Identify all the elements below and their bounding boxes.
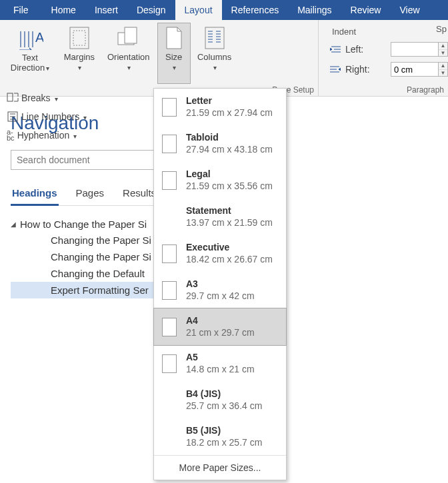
line-numbers-button[interactable]: Line Numbers [4, 108, 89, 125]
text-direction-label: Text Direction [4, 53, 56, 73]
paper-size-dims: 18.42 cm x 26.67 cm [186, 254, 273, 266]
size-icon [161, 25, 187, 51]
tab-insert[interactable]: Insert [85, 0, 127, 20]
paper-size-name: Tabloid [186, 132, 273, 144]
paper-size-option[interactable]: B4 (JIS)25.7 cm x 36.4 cm [154, 382, 286, 418]
ribbon-tabs: File Home Insert Design Layout Reference… [0, 0, 448, 20]
spacing-hint: Sp [436, 24, 447, 34]
paper-size-name: B4 (JIS) [186, 388, 262, 400]
ribbon: A Text Direction Margins Orientation [0, 20, 448, 97]
breaks-label: Breaks [21, 93, 51, 103]
page-icon [162, 244, 177, 263]
paper-size-dims: 27.94 cm x 43.18 cm [186, 144, 273, 156]
paper-size-option[interactable]: Legal21.59 cm x 35.56 cm [154, 162, 286, 199]
indent-left-icon [329, 45, 341, 54]
more-paper-sizes[interactable]: More Paper Sizes... [154, 455, 286, 480]
text-direction-button[interactable]: A Text Direction [4, 24, 56, 85]
group-page-setup: A Text Direction Margins Orientation [0, 20, 319, 96]
paper-size-name: B5 (JIS) [186, 425, 262, 437]
svg-rect-10 [205, 27, 224, 49]
indent-left-spinner[interactable]: ▲▼ [439, 42, 448, 57]
orientation-icon [115, 25, 142, 51]
tab-layout[interactable]: Layout [175, 0, 222, 20]
group-paragraph: Indent Left: ▲▼ Right: ▲▼ [319, 20, 448, 96]
indent-left-input[interactable] [391, 42, 439, 57]
line-numbers-label: Line Numbers [21, 111, 79, 122]
paper-size-option[interactable]: A421 cm x 29.7 cm [153, 308, 287, 346]
nav-tab-results[interactable]: Results [121, 187, 157, 205]
paper-size-dims: 21.59 cm x 27.94 cm [186, 107, 273, 119]
text-direction-icon: A [17, 25, 43, 52]
paper-size-dims: 25.7 cm x 36.4 cm [186, 400, 262, 412]
collapse-icon[interactable]: ◢ [11, 221, 16, 228]
tab-review[interactable]: Review [341, 0, 391, 20]
page-icon [162, 171, 177, 190]
indent-title: Indent [329, 27, 448, 39]
margins-button[interactable]: Margins [59, 23, 100, 85]
tab-references[interactable]: References [222, 0, 289, 20]
page-icon [162, 98, 177, 117]
outline-root-label: How to Change the Paper Si [20, 219, 147, 230]
orientation-label: Orientation [107, 53, 150, 73]
paper-size-dims: 21.59 cm x 35.56 cm [186, 181, 273, 193]
page-icon [162, 318, 177, 336]
paper-size-name: Letter [186, 95, 273, 107]
orientation-button[interactable]: Orientation [103, 23, 155, 85]
line-numbers-icon [7, 111, 19, 122]
paper-size-name: Legal [186, 169, 273, 181]
nav-tab-headings[interactable]: Headings [11, 187, 59, 206]
paragraph-group-label: Paragraph [407, 85, 444, 95]
paper-size-name: A3 [186, 278, 255, 290]
columns-button[interactable]: Columns [193, 23, 236, 85]
tab-design[interactable]: Design [127, 0, 175, 20]
margins-label: Margins [64, 53, 95, 73]
paper-size-option[interactable]: B5 (JIS)18.2 cm x 25.7 cm [154, 418, 286, 455]
paper-size-dims: 14.8 cm x 21 cm [186, 364, 255, 376]
page-icon [162, 281, 177, 300]
columns-label: Columns [197, 53, 231, 73]
margins-icon [66, 25, 93, 51]
nav-tab-pages[interactable]: Pages [75, 187, 106, 205]
paper-size-name: A4 [186, 315, 255, 327]
indent-right-icon [329, 65, 341, 74]
paper-size-dims: 29.7 cm x 42 cm [186, 290, 255, 302]
indent-left-label: Left: [345, 44, 363, 55]
paper-size-dims: 18.2 cm x 25.7 cm [186, 437, 262, 449]
hyphenation-icon: a-bc [7, 129, 15, 141]
paper-size-dims: 21 cm x 29.7 cm [186, 327, 255, 339]
svg-rect-6 [73, 31, 85, 45]
indent-right-spinner[interactable]: ▲▼ [439, 62, 448, 77]
svg-rect-21 [7, 93, 13, 101]
tab-file[interactable]: File [0, 0, 42, 20]
page-icon [162, 354, 177, 373]
paper-size-name: Statement [186, 205, 273, 217]
tab-mailings[interactable]: Mailings [288, 0, 341, 20]
paper-size-option[interactable]: A514.8 cm x 21 cm [154, 345, 286, 382]
tab-view[interactable]: View [390, 0, 429, 20]
tab-home[interactable]: Home [42, 0, 85, 20]
paper-size-option[interactable]: Executive18.42 cm x 26.67 cm [154, 235, 286, 272]
paper-size-dims: 13.97 cm x 21.59 cm [186, 217, 273, 229]
breaks-icon [7, 93, 19, 103]
columns-icon [201, 25, 228, 51]
size-label: Size [165, 53, 182, 73]
paper-size-option[interactable]: Letter21.59 cm x 27.94 cm [154, 89, 286, 125]
size-dropdown: Letter21.59 cm x 27.94 cmTabloid27.94 cm… [153, 88, 287, 480]
paper-size-option[interactable]: Statement13.97 cm x 21.59 cm [154, 199, 286, 235]
breaks-button[interactable]: Breaks [4, 89, 89, 107]
svg-text:A: A [35, 30, 43, 45]
page-icon [162, 135, 177, 153]
paper-size-option[interactable]: Tabloid27.94 cm x 43.18 cm [154, 125, 286, 162]
hyphenation-button[interactable]: a-bc Hyphenation [4, 127, 89, 144]
hyphenation-label: Hyphenation [17, 130, 70, 141]
indent-right-input[interactable] [391, 62, 439, 77]
svg-marker-9 [167, 27, 181, 49]
indent-right-label: Right: [345, 64, 370, 75]
paper-size-option[interactable]: A329.7 cm x 42 cm [154, 272, 286, 308]
paper-size-name: A5 [186, 352, 255, 364]
size-button[interactable]: Size [157, 23, 191, 84]
paper-size-name: Executive [186, 242, 273, 254]
svg-rect-8 [125, 27, 137, 43]
